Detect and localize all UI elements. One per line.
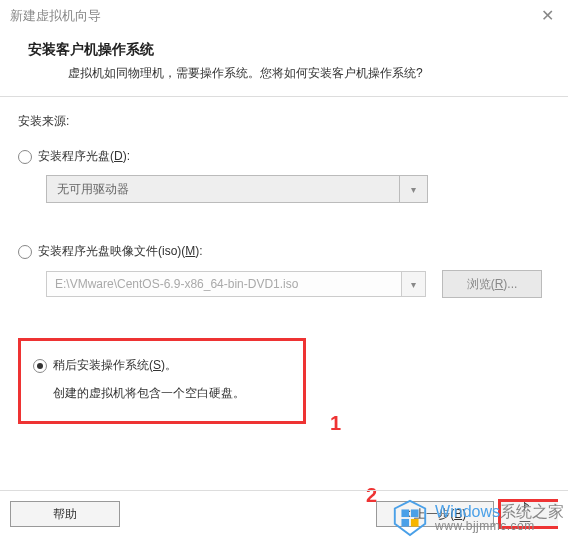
wizard-header: 安装客户机操作系统 虚拟机如同物理机，需要操作系统。您将如何安装客户机操作系统? (0, 29, 568, 96)
help-button[interactable]: 帮助 (10, 501, 120, 527)
browse-button[interactable]: 浏览(R)... (442, 270, 542, 298)
button-bar: 帮助 < 上一步(B) 下一 (0, 490, 568, 533)
header-subtitle: 虚拟机如同物理机，需要操作系统。您将如何安装客户机操作系统? (28, 65, 540, 82)
radio-label-disc: 安装程序光盘(D): (38, 148, 130, 165)
drive-combobox[interactable]: 无可用驱动器 ▾ (46, 175, 428, 203)
install-source-label: 安装来源: (18, 113, 550, 130)
later-helper-text: 创建的虚拟机将包含一个空白硬盘。 (33, 384, 285, 403)
radio-label-iso: 安装程序光盘映像文件(iso)(M): (38, 243, 203, 260)
radio-label-later: 稍后安装操作系统(S)。 (53, 357, 177, 374)
titlebar: 新建虚拟机向导 ✕ (0, 0, 568, 29)
radio-icon (18, 245, 32, 259)
drive-combobox-value: 无可用驱动器 (46, 175, 400, 203)
iso-path-combobox[interactable]: E:\VMware\CentOS-6.9-x86_64-bin-DVD1.iso… (46, 271, 426, 297)
back-button[interactable]: < 上一步(B) (376, 501, 494, 527)
chevron-down-icon[interactable]: ▾ (402, 271, 426, 297)
next-button[interactable]: 下一 (498, 499, 558, 529)
radio-icon-checked (33, 359, 47, 373)
highlight-box-1: 稍后安装操作系统(S)。 创建的虚拟机将包含一个空白硬盘。 (18, 338, 306, 424)
radio-install-later[interactable]: 稍后安装操作系统(S)。 (33, 357, 285, 374)
header-title: 安装客户机操作系统 (28, 41, 540, 59)
iso-path-value: E:\VMware\CentOS-6.9-x86_64-bin-DVD1.iso (46, 271, 402, 297)
close-icon[interactable]: ✕ (537, 6, 558, 25)
radio-installer-disc[interactable]: 安装程序光盘(D): (18, 148, 550, 165)
chevron-down-icon[interactable]: ▾ (400, 175, 428, 203)
window-title: 新建虚拟机向导 (10, 7, 101, 25)
radio-installer-iso[interactable]: 安装程序光盘映像文件(iso)(M): (18, 243, 550, 260)
annotation-1: 1 (330, 412, 341, 435)
radio-icon (18, 150, 32, 164)
